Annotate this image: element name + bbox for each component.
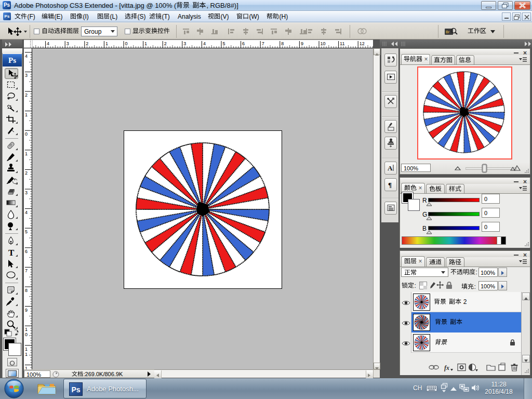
svg-text:10: 10 <box>321 41 326 46</box>
svg-text:¶: ¶ <box>388 181 392 189</box>
svg-text:2: 2 <box>25 170 28 176</box>
svg-text:11: 11 <box>340 41 344 46</box>
svg-text:3: 3 <box>25 73 28 78</box>
svg-text:8: 8 <box>25 288 28 293</box>
svg-text:0: 0 <box>25 131 28 137</box>
svg-text:Br: Br <box>446 30 450 34</box>
svg-text:4: 4 <box>47 41 49 46</box>
svg-text:2: 2 <box>164 41 167 46</box>
svg-text:1: 1 <box>25 347 28 352</box>
svg-text:4: 4 <box>25 54 28 59</box>
svg-text:3: 3 <box>183 41 186 46</box>
svg-text:2: 2 <box>86 41 88 46</box>
svg-text:0: 0 <box>125 41 128 46</box>
svg-text:4: 4 <box>25 210 28 215</box>
svg-text:5: 5 <box>25 229 28 234</box>
svg-text:T: T <box>8 248 15 257</box>
svg-text:1: 1 <box>25 327 28 332</box>
svg-text:3: 3 <box>25 190 28 195</box>
svg-text:2: 2 <box>25 92 28 98</box>
svg-text:1: 1 <box>25 151 28 156</box>
svg-text:fx: fx <box>444 364 449 371</box>
svg-text:12: 12 <box>360 41 365 46</box>
svg-text:A: A <box>388 164 393 172</box>
svg-text:7: 7 <box>262 41 264 46</box>
svg-text:3: 3 <box>66 41 69 46</box>
svg-text:6: 6 <box>25 249 28 254</box>
svg-text:1: 1 <box>144 41 147 46</box>
svg-text:1: 1 <box>25 366 28 369</box>
svg-text:9: 9 <box>301 41 303 46</box>
svg-text:4: 4 <box>203 41 206 46</box>
svg-text:5: 5 <box>223 41 225 46</box>
svg-text:9: 9 <box>25 308 28 313</box>
svg-text:8: 8 <box>281 41 284 46</box>
svg-text:0: 0 <box>25 332 28 337</box>
svg-text:1: 1 <box>105 41 108 46</box>
svg-text:1: 1 <box>25 112 28 117</box>
svg-text:7: 7 <box>25 268 28 273</box>
svg-text:1: 1 <box>25 352 28 357</box>
svg-text:6: 6 <box>242 41 245 46</box>
